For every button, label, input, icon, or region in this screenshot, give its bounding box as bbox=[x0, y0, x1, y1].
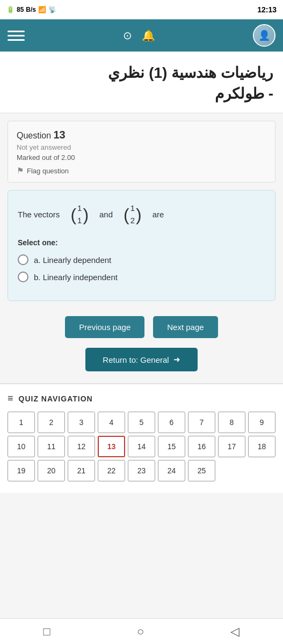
quiz-cell-4[interactable]: 4 bbox=[98, 412, 125, 433]
question-number: Question 13 bbox=[17, 129, 266, 141]
select-label: Select one: bbox=[18, 238, 265, 247]
radio-b[interactable] bbox=[18, 272, 28, 282]
option-a[interactable]: a. Linearly dependent bbox=[18, 254, 265, 265]
battery-icon: 🔋 bbox=[6, 6, 14, 13]
wifi-icon: 📡 bbox=[48, 6, 56, 13]
option-a-label: a. Linearly dependent bbox=[34, 255, 111, 265]
signal-bars: 📶 bbox=[38, 6, 46, 13]
title-line2: - طولكرم bbox=[215, 85, 273, 102]
quiz-grid-row: 19202122232425 bbox=[8, 460, 275, 481]
quiz-cell-5[interactable]: 5 bbox=[128, 412, 155, 433]
flag-question[interactable]: ⚑ Flag question bbox=[17, 166, 266, 175]
question-status: Not yet answered bbox=[17, 143, 266, 151]
quiz-cell-15[interactable]: 15 bbox=[158, 436, 185, 457]
quiz-cell-25[interactable]: 25 bbox=[188, 460, 215, 481]
quiz-nav-title: QUIZ NAVIGATION bbox=[19, 394, 93, 403]
avatar-image: 👤 bbox=[254, 25, 274, 46]
bell-icon[interactable]: 🔔 bbox=[142, 29, 155, 42]
vector2: ( 1 2 ) bbox=[119, 201, 146, 228]
quiz-nav-menu-icon: ≡ bbox=[8, 393, 13, 404]
quiz-cell-6[interactable]: 6 bbox=[158, 412, 185, 433]
bottom-nav: □ ○ ◁ bbox=[0, 618, 283, 644]
quiz-cell-11[interactable]: 11 bbox=[38, 436, 65, 457]
flag-icon: ⚑ bbox=[17, 166, 24, 175]
top-nav: ⊙ 🔔 👤 bbox=[0, 19, 283, 52]
hamburger-menu[interactable] bbox=[8, 27, 25, 44]
battery-level: 85 bbox=[17, 6, 24, 13]
quiz-nav-header: ≡ QUIZ NAVIGATION bbox=[8, 393, 275, 404]
previous-page-button[interactable]: Previous page bbox=[65, 316, 144, 338]
quiz-cell-18[interactable]: 18 bbox=[248, 436, 275, 457]
option-b-label: b. Linearly independent bbox=[34, 273, 118, 282]
signal-text: B/s bbox=[26, 6, 36, 13]
are-text: are bbox=[153, 210, 164, 219]
question-intro: The vectors bbox=[18, 210, 60, 219]
quiz-cell-14[interactable]: 14 bbox=[128, 436, 155, 457]
quiz-cell-24[interactable]: 24 bbox=[158, 460, 185, 481]
option-b[interactable]: b. Linearly independent bbox=[18, 272, 265, 282]
quiz-cell-2[interactable]: 2 bbox=[38, 412, 65, 433]
quiz-cell-20[interactable]: 20 bbox=[38, 460, 65, 481]
return-arrow-icon: ➜ bbox=[173, 355, 180, 364]
home-icon[interactable]: □ bbox=[43, 625, 50, 639]
question-marked: Marked out of 2.00 bbox=[17, 153, 266, 162]
quiz-cell-22[interactable]: 22 bbox=[98, 460, 125, 481]
status-left: 🔋 85 B/s 📶 📡 bbox=[6, 6, 56, 13]
quiz-cell-1[interactable]: 1 bbox=[8, 412, 35, 433]
quiz-cell-12[interactable]: 12 bbox=[68, 436, 95, 457]
quiz-cell-10[interactable]: 10 bbox=[8, 436, 35, 457]
history-icon[interactable]: ⊙ bbox=[123, 29, 132, 42]
page-title: رياضيات هندسية (1) نظري - طولكرم bbox=[10, 62, 273, 104]
clock: 12:13 bbox=[257, 5, 277, 14]
quiz-grid: 1234567891011121314151617181920212223242… bbox=[8, 412, 275, 481]
quiz-cell-9[interactable]: 9 bbox=[248, 412, 275, 433]
nav-left bbox=[8, 27, 25, 44]
quiz-navigation-section: ≡ QUIZ NAVIGATION 1234567891011121314151… bbox=[0, 383, 283, 493]
quiz-grid-row: 101112131415161718 bbox=[8, 436, 275, 457]
nav-right: 👤 bbox=[253, 24, 275, 47]
quiz-cell-19[interactable]: 19 bbox=[8, 460, 35, 481]
and-text: and bbox=[99, 210, 113, 219]
quiz-cell-23[interactable]: 23 bbox=[128, 460, 155, 481]
return-section: Return to: General ➜ bbox=[8, 348, 275, 371]
status-bar: 🔋 85 B/s 📶 📡 12:13 bbox=[0, 0, 283, 19]
return-label: Return to: General bbox=[103, 355, 169, 364]
quiz-cell-21[interactable]: 21 bbox=[68, 460, 95, 481]
vector1: ( 1 1 ) bbox=[66, 201, 93, 228]
quiz-cell-3[interactable]: 3 bbox=[68, 412, 95, 433]
back-icon[interactable]: ◁ bbox=[230, 625, 240, 639]
nav-buttons: Previous page Next page bbox=[8, 316, 275, 338]
question-text: The vectors ( 1 1 ) and ( 1 2 ) are bbox=[18, 201, 265, 228]
quiz-grid-row: 123456789 bbox=[8, 412, 275, 433]
title-line1: رياضيات هندسية (1) نظري bbox=[108, 64, 273, 81]
flag-label: Flag question bbox=[27, 167, 69, 175]
quiz-cell-13[interactable]: 13 bbox=[98, 436, 125, 457]
return-button[interactable]: Return to: General ➜ bbox=[85, 348, 197, 371]
radio-a[interactable] bbox=[18, 254, 28, 265]
home-circle-icon[interactable]: ○ bbox=[137, 625, 144, 639]
quiz-cell-16[interactable]: 16 bbox=[188, 436, 215, 457]
question-card: The vectors ( 1 1 ) and ( 1 2 ) are Sele… bbox=[8, 190, 275, 301]
page-title-section: رياضيات هندسية (1) نظري - طولكرم bbox=[0, 52, 283, 113]
quiz-cell-17[interactable]: 17 bbox=[218, 436, 245, 457]
avatar[interactable]: 👤 bbox=[253, 24, 275, 47]
quiz-cell-8[interactable]: 8 bbox=[218, 412, 245, 433]
nav-center: ⊙ 🔔 bbox=[123, 29, 155, 42]
next-page-button[interactable]: Next page bbox=[153, 316, 217, 338]
quiz-cell-7[interactable]: 7 bbox=[188, 412, 215, 433]
question-info-card: Question 13 Not yet answered Marked out … bbox=[8, 121, 275, 182]
